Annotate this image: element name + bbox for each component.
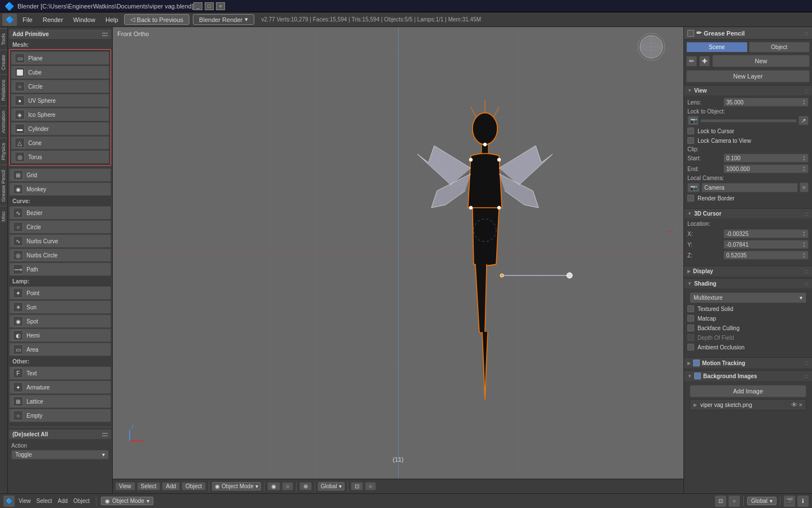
viewport-3d[interactable]: Front Ortho [113, 27, 683, 493]
cursor-section-header[interactable]: ▼ 3D Cursor ::: [684, 209, 812, 218]
path-button[interactable]: ⟿ Path [9, 262, 111, 276]
tab-tools[interactable]: Tools [0, 28, 7, 50]
add-image-button[interactable]: Add Image [690, 385, 806, 397]
empty-button[interactable]: ○ Empty [9, 409, 111, 422]
clip-start-input[interactable]: 0.100 ▲ ▼ [723, 154, 809, 163]
monkey-button[interactable]: ◉ Monkey [9, 182, 111, 196]
pencil-tool-btn[interactable]: ✏ [686, 56, 697, 67]
area-button[interactable]: ▭ Area [9, 343, 111, 356]
proportional-status-icon[interactable]: ○ [729, 496, 740, 507]
lock-camera-checkbox[interactable] [687, 137, 694, 144]
z-arrows[interactable]: ▲ ▼ [802, 252, 806, 259]
display-section-header[interactable]: ▶ Display ::: [684, 266, 812, 276]
y-input[interactable]: -0.07841 ▲ ▼ [723, 240, 809, 249]
expand-image-arrow[interactable]: ▶ [694, 402, 697, 408]
add-menu-status[interactable]: Add [56, 498, 69, 504]
nurbs-circle-button[interactable]: ◎ Nurbs Circle [9, 248, 111, 262]
menu-render[interactable]: Render [38, 15, 68, 24]
lock-object-input[interactable] [700, 119, 797, 122]
tab-create[interactable]: Create [0, 50, 7, 75]
tab-grease-pencil[interactable]: Grease Pencil [0, 165, 7, 207]
transform-orientation[interactable]: Global ▾ [318, 482, 345, 491]
matcap-checkbox[interactable] [687, 315, 694, 322]
tab-animation[interactable]: Animation [0, 106, 7, 138]
mode-dropdown[interactable]: ◉ Object Mode ▾ [212, 482, 261, 491]
bezier-button[interactable]: ∿ Bezier [9, 206, 111, 220]
render-border-checkbox[interactable] [687, 195, 694, 202]
point-button[interactable]: ✦ Point [9, 286, 111, 300]
lens-input[interactable]: 35.000 ▲ ▼ [723, 98, 809, 107]
uv-sphere-button[interactable]: ● UV Sphere [11, 94, 109, 107]
new-button[interactable]: New [712, 55, 810, 67]
cylinder-button[interactable]: ▬ Cylinder [11, 122, 109, 135]
plane-button[interactable]: ▭ Plane [11, 51, 109, 65]
lens-down-arrow[interactable]: ▼ [802, 102, 806, 106]
view-section-header[interactable]: ▼ View ::: [684, 86, 812, 95]
y-arrows[interactable]: ▲ ▼ [802, 241, 806, 248]
clip-end-input[interactable]: 1000.000 ▲ ▼ [723, 164, 809, 173]
bg-images-header[interactable]: ▼ Background Images ::: [684, 371, 812, 381]
action-dropdown[interactable]: Toggle ▾ [11, 450, 109, 459]
lock-to-cursor-checkbox[interactable] [687, 128, 694, 134]
curve-circle-button[interactable]: ○ Circle [9, 220, 111, 234]
shading-section-header[interactable]: ▼ Shading ::: [684, 279, 812, 288]
spot-button[interactable]: ◉ Spot [9, 314, 111, 328]
text-button[interactable]: F Text [9, 366, 111, 380]
ico-sphere-button[interactable]: ◈ Ico Sphere [11, 108, 109, 121]
cube-button[interactable]: ⬜ Cube [11, 65, 109, 79]
x-arrows[interactable]: ▲ ▼ [802, 230, 806, 237]
torus-button[interactable]: ◎ Torus [11, 150, 109, 164]
armature-button[interactable]: ✦ Armature [9, 380, 111, 394]
multitexture-dropdown[interactable]: Multitexture ▾ [690, 292, 806, 303]
object-mode-dropdown[interactable]: ◉ Object Mode ▾ [101, 497, 153, 505]
blender-status-icon[interactable]: 🔷 [3, 496, 15, 507]
object-menu-status[interactable]: Object [72, 498, 91, 504]
render-engine-dropdown[interactable]: Blender Render ▾ [193, 14, 254, 25]
menu-file[interactable]: File [18, 15, 37, 24]
add-primitive-header[interactable]: Add Primitive ::: [9, 29, 111, 39]
maximize-button[interactable]: □ [205, 2, 214, 10]
tab-physics[interactable]: Physics [0, 138, 7, 165]
snap-status-icon[interactable]: ⊡ [715, 496, 726, 507]
lattice-button[interactable]: ⊞ Lattice [9, 395, 111, 408]
window-controls[interactable]: _ □ × [193, 2, 225, 10]
backface-checkbox[interactable] [687, 325, 694, 331]
render-status-icon[interactable]: 🎬 [784, 496, 795, 507]
z-input[interactable]: 0.52035 ▲ ▼ [723, 251, 809, 260]
remove-bg-image-btn[interactable]: × [799, 401, 802, 408]
sun-button[interactable]: ☀ Sun [9, 300, 111, 314]
tab-scene[interactable]: Scene [686, 42, 748, 52]
tab-relations[interactable]: Relations [0, 75, 7, 106]
menu-window[interactable]: Window [69, 15, 100, 24]
eye-icon[interactable]: 👁 [791, 401, 797, 408]
circle-button[interactable]: ○ Circle [11, 80, 109, 93]
ao-checkbox[interactable] [687, 344, 694, 351]
proportional-edit[interactable]: ○ [365, 482, 376, 491]
lens-arrows[interactable]: ▲ ▼ [802, 99, 806, 106]
grid-button[interactable]: ⊞ Grid [9, 168, 111, 182]
lock-object-picker[interactable]: ↗ [798, 116, 809, 125]
view-menu-button[interactable]: View [115, 482, 135, 491]
back-to-previous-button[interactable]: ◁ Back to Previous [124, 14, 190, 25]
viewport-gizmo[interactable] [636, 32, 667, 62]
menu-help[interactable]: Help [101, 15, 123, 24]
x-input[interactable]: -0.00325 ▲ ▼ [723, 229, 809, 238]
clip-start-arrows[interactable]: ▲ ▼ [802, 155, 806, 161]
camera-clear-btn[interactable]: × [800, 182, 809, 192]
select-menu-status[interactable]: Select [35, 498, 54, 504]
clip-end-arrows[interactable]: ▲ ▼ [802, 165, 806, 172]
camera-input[interactable]: Camera [701, 183, 798, 192]
close-button[interactable]: × [216, 2, 225, 10]
tab-object[interactable]: Object [749, 42, 810, 52]
transform-status-dropdown[interactable]: Global ▾ [747, 497, 776, 505]
bg-images-checkbox-icon[interactable] [694, 373, 701, 379]
cone-button[interactable]: △ Cone [11, 136, 109, 150]
select-menu-button[interactable]: Select [137, 482, 161, 491]
minimize-button[interactable]: _ [193, 2, 202, 10]
textured-solid-checkbox[interactable] [687, 305, 694, 312]
hemi-button[interactable]: ◐ Hemi [9, 329, 111, 342]
new-layer-button[interactable]: New Layer [686, 70, 810, 82]
view-menu-status[interactable]: View [17, 498, 33, 504]
motion-tracking-checkbox-icon[interactable] [693, 360, 700, 366]
tab-misc[interactable]: Misc [0, 206, 7, 226]
